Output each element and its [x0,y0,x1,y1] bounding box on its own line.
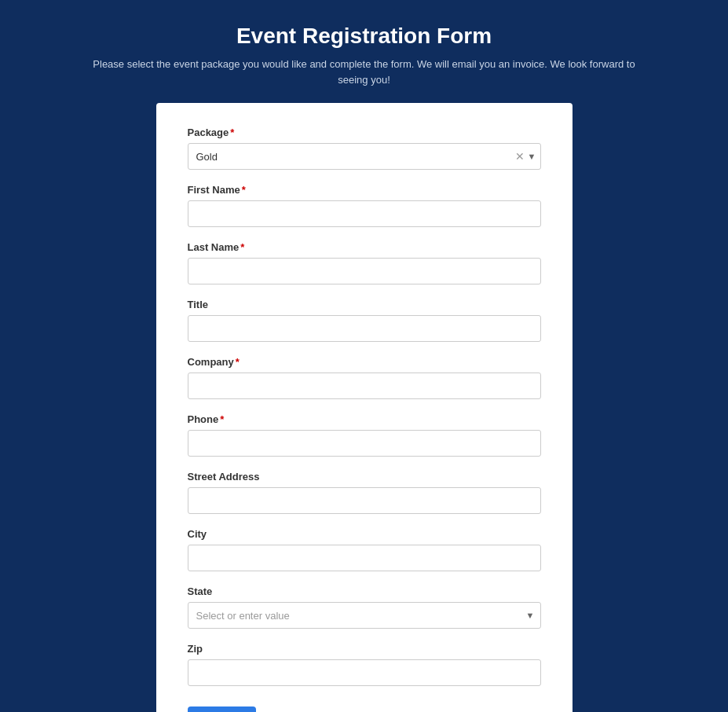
street-address-input[interactable] [188,487,541,514]
package-select-value: Gold [196,151,512,163]
last-name-group: Last Name* [188,241,541,284]
state-select[interactable]: Select or enter value Alabama Alaska Ari… [188,602,541,629]
street-address-label: Street Address [188,471,541,483]
zip-label: Zip [188,643,541,655]
first-name-required: * [242,184,246,196]
zip-group: Zip [188,643,541,686]
title-label: Title [188,299,541,310]
package-required: * [230,127,234,138]
city-input[interactable] [188,545,541,571]
first-name-input[interactable] [188,200,541,227]
city-label: City [188,528,541,540]
first-name-label: First Name* [188,184,541,196]
company-required: * [236,356,240,368]
phone-input[interactable] [188,430,541,457]
title-group: Title [188,299,541,342]
zip-input[interactable] [188,659,541,686]
phone-label: Phone* [188,413,541,425]
package-label: Package* [188,127,541,138]
company-label: Company* [188,356,541,368]
first-name-group: First Name* [188,184,541,227]
last-name-label: Last Name* [188,241,541,253]
company-group: Company* [188,356,541,399]
select-icons: ✕ ▼ [515,151,536,162]
street-address-group: Street Address [188,471,541,514]
page-header: Event Registration Form Please select th… [90,24,639,87]
package-select-wrapper[interactable]: Gold ✕ ▼ [188,143,541,170]
title-input[interactable] [188,315,541,342]
form-card: Package* Gold ✕ ▼ First Name* Last Name*… [156,103,573,712]
phone-group: Phone* [188,413,541,457]
submit-button[interactable]: Submit [188,706,256,712]
package-select[interactable]: Gold [188,143,541,170]
company-input[interactable] [188,373,541,399]
package-group: Package* Gold ✕ ▼ [188,127,541,170]
last-name-input[interactable] [188,258,541,284]
last-name-required: * [240,241,244,253]
state-select-wrapper: Select or enter value Alabama Alaska Ari… [188,602,541,629]
phone-required: * [220,413,224,425]
page-title: Event Registration Form [90,24,639,49]
clear-icon[interactable]: ✕ [515,151,525,162]
page-subtitle: Please select the event package you woul… [90,57,639,87]
state-group: State Select or enter value Alabama Alas… [188,585,541,629]
chevron-down-icon[interactable]: ▼ [528,152,536,161]
state-label: State [188,585,541,597]
city-group: City [188,528,541,571]
